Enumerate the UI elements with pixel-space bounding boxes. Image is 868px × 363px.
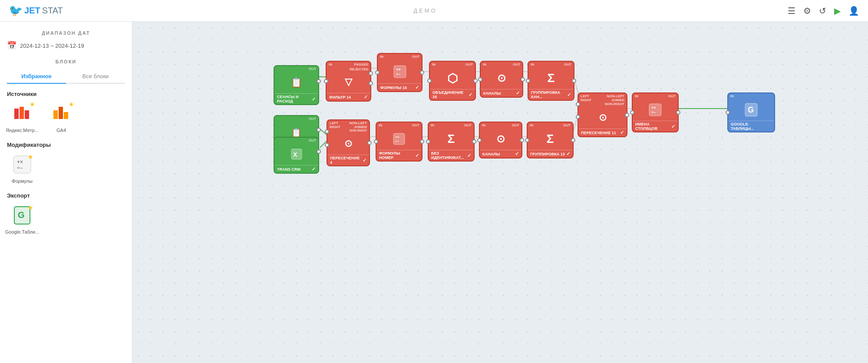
svg-rect-4 xyxy=(59,107,63,119)
transcrm-footer: TRANS CRM ✓ xyxy=(274,165,318,173)
join16-ports: INOUT xyxy=(430,62,475,67)
transactions-out-port xyxy=(317,128,321,132)
node-channels1[interactable]: INOUT ⊙ КАНАЛЫ ✓ xyxy=(480,61,523,98)
groupkan-footer: ГРУППИРОВКА КАН... ✓ xyxy=(528,89,574,100)
filter14-footer: ФИЛЬТР 14 ✓ xyxy=(327,93,370,101)
svg-text:÷−: ÷− xyxy=(651,110,656,115)
header-title: ДЕМО xyxy=(413,7,437,14)
node-sessions[interactable]: OUT 📋 СЕАНСЫ И РАСХОД ✓ xyxy=(274,65,319,105)
groupkan-label: ГРУППИРОВКА КАН... xyxy=(531,90,567,99)
groupkan-out-port xyxy=(572,79,576,83)
node-groupkan[interactable]: INOUT Σ ГРУППИРОВКА КАН... ✓ xyxy=(528,61,574,101)
formulas15-footer: ФОРМУЛЫ 15 ✓ xyxy=(378,83,422,91)
node-trans-crm[interactable]: OUT X TRANS CRM ✓ xyxy=(274,137,319,174)
transcrm-out-port xyxy=(317,149,321,154)
noid-check: ✓ xyxy=(467,153,471,158)
svg-text:+×: +× xyxy=(396,67,401,72)
formulas15-body: +× ÷− xyxy=(378,59,422,83)
filter14-rejected-port xyxy=(369,81,373,86)
grouping13-footer: ГРУППИРОВКА 13 ✓ xyxy=(528,150,573,158)
filter14-body: ▽ xyxy=(327,71,370,93)
groupkan-check: ✓ xyxy=(567,92,571,98)
calendar-icon: 📅 xyxy=(7,41,17,50)
channels1-label: КАНАЛЫ xyxy=(483,91,501,96)
svg-rect-2 xyxy=(25,110,29,119)
groupkan-body: Σ xyxy=(528,67,574,89)
intersection11-body: ⊙ xyxy=(578,107,627,129)
intersection4-footer: ПЕРЕСЕЧЕНИЕ 4 ✓ xyxy=(327,155,369,165)
intersection4-left-port xyxy=(325,129,329,134)
svg-rect-3 xyxy=(53,110,58,119)
node-formulas15[interactable]: INOUT +× ÷− ФОРМУЛЫ 15 ✓ xyxy=(377,53,422,92)
canvas-area[interactable]: OUT 📋 СЕАНСЫ И РАСХОД ✓ INPASSED REJECTE… xyxy=(132,22,868,363)
formulas15-in-port xyxy=(375,70,380,75)
modifier-formulas[interactable]: +× ÷− ★ Формулы xyxy=(7,153,37,184)
tab-favorites[interactable]: Избранное xyxy=(7,69,66,84)
logo-jet: JET xyxy=(24,6,40,16)
filter14-label: ФИЛЬТР 14 xyxy=(329,95,351,99)
node-colnames[interactable]: INOUT +× ÷− ИМЕНА СТОЛБЦОВ ✓ xyxy=(632,92,679,132)
formulasnum-icon: +× ÷− xyxy=(393,133,405,145)
blocks-tabs: Избранное Все блоки xyxy=(7,69,125,84)
google-sheets-icon: G ★ xyxy=(11,204,33,227)
node-join16[interactable]: INOUT ⬡ ОБЪЕДИНЕНИЕ 16 ✓ xyxy=(429,61,476,101)
star-icon: ★ xyxy=(69,101,74,108)
filter14-rejected: REJECTED xyxy=(327,67,370,71)
intersection4-ports: LEFTNON-LEFT RIGHTJOINED NON-RIGHT xyxy=(327,120,369,133)
sources-list: ★ Яндекс.Метр... ★ GA4 xyxy=(7,102,125,133)
grouping13-icon: Σ xyxy=(547,132,554,146)
star-icon: ★ xyxy=(28,204,33,211)
grouping13-label: ГРУППИРОВКА 13 xyxy=(530,152,565,156)
channels2-body: ⊙ xyxy=(480,128,521,150)
node-grouping13[interactable]: INOUT Σ ГРУППИРОВКА 13 ✓ xyxy=(527,122,574,158)
node-no-id[interactable]: INOUT Σ БЕЗ ИДЕНТИФИКАТ... ✓ xyxy=(428,122,475,162)
svg-text:+×: +× xyxy=(651,106,656,110)
tab-all[interactable]: Все блоки xyxy=(66,69,125,84)
groupkan-ports: INOUT xyxy=(528,62,574,67)
intersection4-icon: ⊙ xyxy=(344,138,352,149)
formulasnum-ports: INOUT xyxy=(376,122,422,128)
join16-footer: ОБЪЕДИНЕНИЕ 16 ✓ xyxy=(430,89,475,100)
filter14-passed-port xyxy=(369,71,373,76)
formulas15-check: ✓ xyxy=(415,85,419,90)
intersection11-right-port xyxy=(576,115,580,119)
grouping13-ports: INOUT xyxy=(528,122,573,128)
svg-text:+×: +× xyxy=(17,159,23,165)
svg-text:÷−: ÷− xyxy=(17,165,23,171)
colnames-out-port xyxy=(676,110,680,115)
intersection11-icon: ⊙ xyxy=(599,112,607,123)
colnames-label: ИМЕНА СТОЛБЦОВ xyxy=(635,122,671,131)
node-intersection11[interactable]: LEFTNON-LEFT RIGHTJOINED NON-RIGHT ⊙ ПЕР… xyxy=(578,92,627,137)
intersection4-body: ⊙ xyxy=(327,133,369,155)
intersection4-right-port xyxy=(325,143,329,147)
list-icon[interactable]: ☰ xyxy=(788,6,795,16)
node-filter14[interactable]: INPASSED REJECTED ▽ ФИЛЬТР 14 ✓ xyxy=(326,61,371,102)
play-icon[interactable]: ▶ xyxy=(834,6,841,16)
noid-body: Σ xyxy=(429,128,474,150)
intersection4-check: ✓ xyxy=(363,158,366,163)
user-icon[interactable]: 👤 xyxy=(848,6,859,16)
channels1-icon: ⊙ xyxy=(497,72,506,84)
join16-in-port xyxy=(427,79,432,83)
join16-label: ОБЪЕДИНЕНИЕ 16 xyxy=(432,90,469,99)
source-yandex-metrika[interactable]: ★ Яндекс.Метр... xyxy=(7,102,37,133)
exports-list: G ★ Google.Табли... xyxy=(7,204,125,234)
intersection4-out-port xyxy=(367,141,372,145)
channels1-footer: КАНАЛЫ ✓ xyxy=(481,89,522,97)
join16-check: ✓ xyxy=(469,92,472,98)
grouping13-body: Σ xyxy=(528,128,573,150)
settings-icon[interactable]: ⚙ xyxy=(803,6,811,16)
google-sheets-footer: GOOGLE-ТАБЛИЦЫ... xyxy=(728,121,774,132)
channels2-out-port xyxy=(520,138,524,142)
export-google-sheets[interactable]: G ★ Google.Табли... xyxy=(7,204,37,234)
formulas15-ports: INOUT xyxy=(378,54,422,59)
node-formulas-num[interactable]: INOUT +× ÷− ФОРМУЛЫ НОМЕР ✓ xyxy=(376,122,422,162)
node-intersection4[interactable]: LEFTNON-LEFT RIGHTJOINED NON-RIGHT ⊙ ПЕР… xyxy=(327,119,370,166)
node-channels2[interactable]: INOUT ⊙ КАНАЛЫ ✓ xyxy=(479,122,522,158)
transcrm-out-top: OUT xyxy=(274,138,318,143)
formulasnum-label: ФОРМУЛЫ НОМЕР xyxy=(379,151,415,160)
svg-text:+×: +× xyxy=(395,135,399,139)
refresh-icon[interactable]: ↺ xyxy=(819,6,826,16)
node-google-sheets[interactable]: IN G GOOGLE-ТАБЛИЦЫ... xyxy=(727,92,775,132)
source-ga4[interactable]: ★ GA4 xyxy=(46,102,76,133)
